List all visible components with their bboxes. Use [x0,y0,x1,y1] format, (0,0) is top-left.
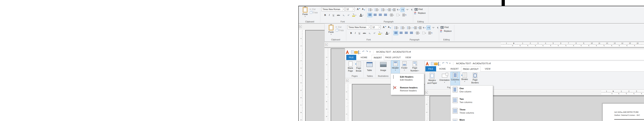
align-right-button[interactable] [404,31,408,35]
subscript-button[interactable]: x₂ [368,31,372,35]
justify-button[interactable] [409,31,414,35]
italic-button[interactable]: I [354,31,357,35]
footer-button[interactable]: Footer ▾ [400,60,408,75]
ltr-paragraph-button[interactable]: ▸¶ [426,26,430,30]
replace-button[interactable]: ABAC Replace [414,12,426,14]
paste-button[interactable]: Paste ▾ [327,25,336,37]
grow-font-button[interactable]: A [356,7,361,11]
font-size-select[interactable]: 12 ▾ [346,7,355,11]
subscript-button[interactable]: x₂ [342,13,346,17]
orientation-button[interactable]: Orientation ▾ [439,72,450,86]
tab-home[interactable]: HOME [357,55,371,60]
align-left-button[interactable] [394,31,398,35]
menu-item-edit-headers[interactable]: Edit Headers Edit Headers [391,74,424,84]
align-center-button[interactable] [372,13,378,17]
menu-item-one-column[interactable]: One One column [451,86,492,96]
decrease-indent-button[interactable]: ◂ [417,26,422,30]
superscript-button[interactable]: x² [372,31,376,35]
font-color-button[interactable]: A ▾ [358,13,365,17]
highlight-button[interactable]: ✎ ▾ [377,31,384,35]
paragraph-spacing-button[interactable]: ¶ [402,13,407,17]
increase-indent-button[interactable]: ▸ [386,8,391,12]
header-button[interactable]: Header ▾ [391,60,400,75]
save-icon[interactable] [438,62,439,66]
numbered-list-button[interactable]: ▾ [374,8,380,12]
tab-stop-selector-button[interactable]: L [346,79,349,82]
cut-button[interactable]: ✂ Cut [336,26,342,28]
undo-icon[interactable]: ↶ [442,62,444,64]
vertical-ruler[interactable]: 21↓123456 [326,49,329,121]
rtl-paragraph-button[interactable]: ¶◂ [422,26,426,30]
tab-view[interactable]: VIEW [402,55,414,60]
font-size-select[interactable]: 12 ▾ [372,25,380,29]
quoted-text-button[interactable]: “T” [405,8,410,12]
title-bar[interactable]: ↶ ↷ ▾ ArCADia-TEXT - ArCADiaTEXT0.rtf [425,61,644,66]
paste-button[interactable]: Paste ▾ [301,7,310,19]
rtl-paragraph-button[interactable]: ¶◂ [396,8,400,12]
bullet-list-button[interactable]: ▾ [368,8,374,12]
font-color-button[interactable]: A ▾ [384,31,390,35]
bullet-list-button[interactable]: ▾ [394,26,400,30]
numbered-list-button[interactable]: ▾ [400,26,406,30]
font-name-select[interactable]: Times New Roman ▾ [322,7,345,11]
save-icon[interactable] [358,50,359,54]
open-folder-icon[interactable] [434,63,438,65]
copy-button[interactable]: Copy [310,11,318,14]
horizontal-ruler[interactable]: L 1 ▶ ⇥ 12345678910111213141516 LLLLLLLL… [324,42,644,48]
highlight-button[interactable]: ✎ ▾ [351,13,358,17]
font-name-select[interactable]: Times New Roman ▾ [348,25,370,29]
redo-icon[interactable]: ↷ [366,50,368,53]
tab-insert[interactable]: INSERT [449,66,460,71]
paragraph-spacing-button[interactable]: ¶ [428,31,433,35]
page-break-button[interactable]: PageBreak [355,61,363,74]
shrink-font-button[interactable]: A [387,25,392,29]
bold-button[interactable]: B [349,31,353,35]
margins-and-paper-button[interactable]: Marginsand Paper [426,72,438,86]
italic-button[interactable]: I [328,13,331,17]
cut-button[interactable]: ✂ Cut [310,8,316,11]
decrease-indent-button[interactable]: ◂ [392,8,396,12]
justify-button[interactable] [383,13,388,17]
tab-page-layout[interactable]: PAGE LAYOUT [384,55,402,60]
line-spacing-button[interactable]: ↕▾ [388,13,394,17]
vertical-ruler[interactable]: 21↓ [426,96,429,121]
columns-button[interactable]: Columns ▾ [450,72,460,86]
menu-item-remove-headers[interactable]: Remove headers Remove headers [391,85,424,94]
multilevel-list-button[interactable]: ▾ [406,26,412,30]
undo-icon[interactable]: ↶ [362,50,364,53]
menu-item-three-columns[interactable]: Three Three columns [451,108,492,117]
tab-page-layout[interactable]: PAGE LAYOUT [461,66,480,72]
align-right-button[interactable] [378,13,382,17]
quick-access-dropdown-icon[interactable]: ▾ [370,51,370,53]
tab-file[interactable]: FILE [425,66,436,71]
table-button[interactable]: Table [365,61,374,74]
underline-button[interactable]: U [358,31,362,35]
quick-access-dropdown-icon[interactable]: ▾ [450,63,450,64]
align-left-button[interactable] [368,13,372,17]
vertical-ruler[interactable]: 21↓123456789 [300,30,304,121]
tab-view[interactable]: VIEW [482,66,493,71]
find-button[interactable]: Find [440,26,448,29]
line-spacing-button[interactable]: ↕▾ [414,31,420,35]
increase-indent-button[interactable]: ▸ [412,26,417,30]
ruler-tab-stops[interactable]: LLLLLLLLLLLLLLLL [324,42,644,47]
tab-home[interactable]: HOME [438,66,448,71]
vertical-ruler[interactable]: 21↓12 [346,84,350,121]
grow-font-button[interactable]: A [382,25,387,29]
ltr-paragraph-button[interactable]: ▸¶ [400,8,404,12]
tab-insert[interactable]: INSERT [372,55,384,60]
page-borders-button[interactable]: PageBorders [470,72,481,86]
borders-button[interactable]: ▾ [396,13,401,17]
quoted-text-button[interactable]: “T” [431,26,436,30]
title-bar[interactable]: ↶ ↷ ▾ ArCADia-TEXT - ArCADiaTEXT0.rtf [345,49,644,55]
menu-item-more-columns[interactable]: More [451,118,492,121]
tab-file[interactable]: FILE [346,55,356,60]
strikethrough-button[interactable]: abc [336,13,341,17]
strikethrough-button[interactable]: abc [362,31,367,35]
find-button[interactable]: Find [414,8,422,11]
image-button[interactable]: Image [376,61,390,74]
new-document-icon[interactable] [431,62,434,65]
multilevel-list-button[interactable]: ▾ [380,8,386,12]
align-center-button[interactable] [398,31,403,35]
borders-button[interactable]: ▾ [421,31,427,35]
